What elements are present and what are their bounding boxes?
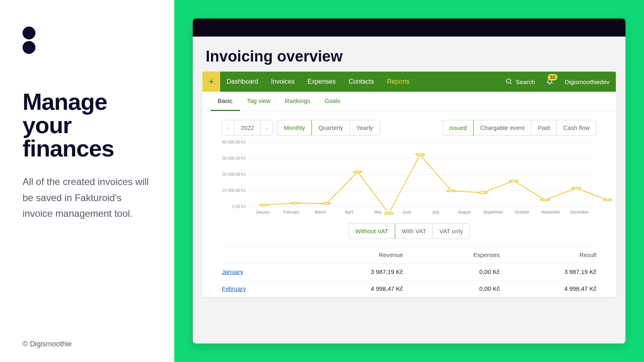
tab-tag-view[interactable]: Tag view	[240, 92, 278, 111]
table-row: January3 987,19 Kč0,00 Kč3 987,19 Kč	[222, 263, 597, 280]
svg-point-0	[506, 79, 511, 83]
add-button[interactable]: +	[202, 72, 220, 92]
svg-point-5	[353, 171, 362, 173]
chart-container: 0,00 Kč10 000,00 Kč20 000,00 Kč30 000,00…	[202, 140, 616, 218]
table-row: February4 998,47 Kč0,00 Kč4 998,47 Kč	[222, 280, 597, 297]
filter-segment: IssuedChargable eventPaidCash flow	[442, 120, 597, 136]
year-next-button[interactable]: ›	[260, 120, 272, 135]
year-selector: ‹ 2022 ›	[222, 120, 273, 136]
user-menu[interactable]: Digismoothiedev	[558, 78, 616, 85]
filter-option-issued[interactable]: Issued	[442, 120, 474, 136]
report-card: + DashboardInvoicesExpensesContactsRepor…	[202, 72, 616, 297]
nav-item-expenses[interactable]: Expenses	[301, 78, 342, 85]
nav-item-reports[interactable]: Reports	[380, 78, 416, 85]
subnav: BasicTag viewRankingsGoals	[202, 92, 616, 111]
svg-point-12	[572, 187, 580, 189]
main-nav: + DashboardInvoicesExpensesContactsRepor…	[202, 72, 616, 92]
filter-option-chargable-event[interactable]: Chargable event	[473, 120, 531, 135]
tab-basic[interactable]: Basic	[211, 92, 240, 111]
copyright: © Digismoothie	[23, 340, 72, 348]
cell-revenue: 3 987,19 Kč	[306, 268, 403, 275]
cell-revenue: 4 998,47 Kč	[306, 285, 403, 292]
marketing-subtext: All of the created invoices will be save…	[23, 174, 152, 222]
cell-expenses: 0,00 Kč	[403, 285, 500, 292]
revenue-chart: 0,00 Kč10 000,00 Kč20 000,00 Kč30 000,00…	[222, 142, 597, 214]
app-topbar	[193, 19, 625, 37]
header-result: Result	[500, 251, 597, 258]
notification-badge: 55	[548, 74, 557, 80]
cell-expenses: 0,00 Kč	[403, 268, 500, 275]
svg-point-10	[509, 180, 518, 182]
svg-point-2	[260, 204, 268, 206]
search-label: Search	[516, 78, 535, 85]
vat-segment: Without VATWith VATVAT only	[349, 223, 470, 239]
header-revenue: Revenue	[306, 251, 403, 258]
svg-point-4	[322, 203, 331, 204]
nav-item-dashboard[interactable]: Dashboard	[220, 78, 264, 85]
svg-point-3	[291, 202, 299, 204]
vat-option-with-vat[interactable]: With VAT	[395, 224, 433, 239]
month-link[interactable]: January	[222, 268, 243, 275]
period-segment: MonthlyQuarterlyYearly	[277, 120, 380, 136]
cell-result: 3 987,19 Kč	[500, 268, 597, 275]
logo	[23, 27, 152, 54]
y-tick: 0,00 Kč	[222, 204, 246, 209]
period-option-yearly[interactable]: Yearly	[350, 120, 380, 135]
search-button[interactable]: Search	[499, 78, 542, 85]
svg-point-8	[447, 190, 456, 191]
y-tick: 30 000,00 Kč	[222, 156, 246, 160]
vat-row: Without VATWith VATVAT only	[202, 218, 616, 246]
svg-point-11	[541, 199, 549, 201]
vat-option-without-vat[interactable]: Without VAT	[349, 223, 395, 239]
svg-point-7	[416, 154, 425, 155]
year-value[interactable]: 2022	[234, 120, 260, 135]
search-icon	[506, 78, 513, 85]
y-tick: 40 000,00 Kč	[222, 140, 246, 144]
nav-item-contacts[interactable]: Contacts	[342, 78, 380, 85]
notifications-button[interactable]: 55	[541, 78, 558, 86]
y-tick: 20 000,00 Kč	[222, 172, 246, 177]
period-option-monthly[interactable]: Monthly	[277, 120, 312, 136]
filter-option-cash-flow[interactable]: Cash flow	[556, 120, 596, 135]
controls-row: ‹ 2022 › MonthlyQuarterlyYearly IssuedCh…	[202, 111, 616, 140]
tab-rankings[interactable]: Rankings	[278, 92, 318, 111]
cell-result: 4 998,47 Kč	[500, 285, 597, 292]
app-preview-frame: Invoicing overview + DashboardInvoicesEx…	[174, 0, 644, 362]
nav-item-invoices[interactable]: Invoices	[264, 78, 301, 85]
marketing-panel: Manage your finances All of the created …	[0, 0, 174, 362]
year-prev-button[interactable]: ‹	[222, 120, 234, 135]
svg-line-1	[510, 82, 512, 84]
y-tick: 10 000,00 Kč	[222, 188, 246, 193]
plus-icon: +	[209, 76, 214, 87]
summary-table: Revenue Expenses Result January3 987,19 …	[202, 246, 616, 297]
table-header: Revenue Expenses Result	[222, 246, 597, 263]
vat-option-vat-only[interactable]: VAT only	[433, 224, 469, 239]
marketing-headline: Manage your finances	[23, 90, 152, 160]
month-link[interactable]: February	[222, 285, 246, 292]
svg-point-13	[603, 199, 612, 201]
svg-point-9	[478, 192, 487, 193]
app-window: Invoicing overview + DashboardInvoicesEx…	[193, 19, 625, 343]
tab-goals[interactable]: Goals	[318, 92, 348, 111]
period-option-quarterly[interactable]: Quarterly	[312, 120, 350, 135]
page-title: Invoicing overview	[193, 37, 625, 72]
filter-option-paid[interactable]: Paid	[531, 120, 556, 135]
header-expenses: Expenses	[403, 251, 500, 258]
svg-point-6	[384, 213, 393, 214]
